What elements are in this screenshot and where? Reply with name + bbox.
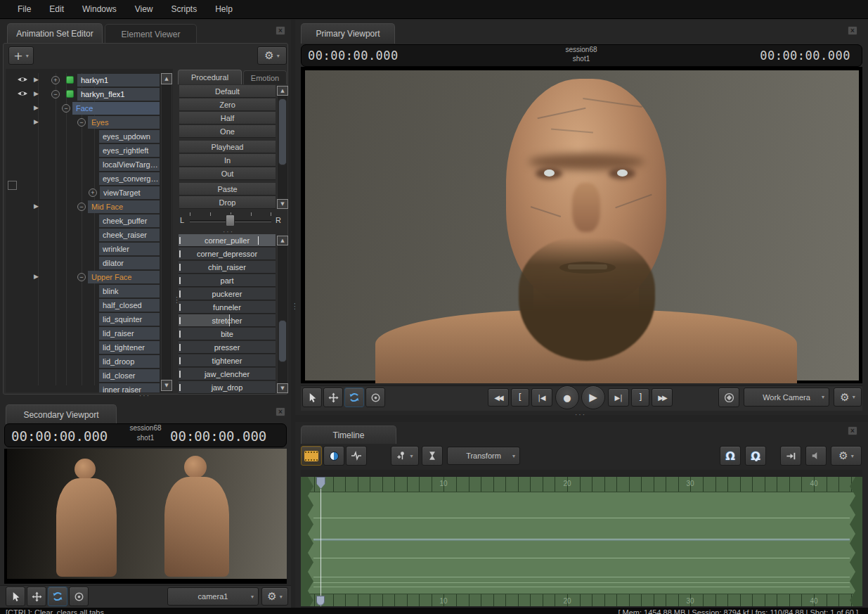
rewind-button[interactable]: ◀◀ — [488, 388, 509, 407]
motion-editor-mode-button[interactable] — [323, 446, 344, 466]
add-animation-set-button[interactable]: + ▾ — [8, 46, 34, 65]
clip-start-bracket-button[interactable]: [ — [511, 388, 529, 407]
toggle-icon[interactable]: + — [51, 76, 60, 84]
tab-secondary-viewport[interactable]: Secondary Viewport — [6, 404, 117, 424]
morph-slider[interactable]: puckerer — [179, 288, 276, 300]
frame-back-button[interactable]: |◀ — [531, 388, 552, 407]
morph-slider[interactable]: tightener — [179, 354, 276, 367]
timeline-clip[interactable]: 10 20 30 40 10 20 30 40 — [301, 477, 862, 606]
tree-row[interactable]: cheek_raiser — [6, 228, 161, 242]
scroll-down-icon[interactable]: ▼ — [277, 383, 288, 393]
tab-emotion[interactable]: Emotion — [243, 70, 287, 84]
splitter-grip-vertical[interactable]: ⋮ — [173, 299, 181, 302]
morph-slider[interactable]: jaw_clencher — [179, 368, 276, 380]
tree-row[interactable]: inner raiser — [6, 383, 161, 392]
expand-arrow-icon[interactable]: ▶ — [34, 90, 39, 97]
orbit-tool-button[interactable] — [365, 388, 385, 407]
tab-timeline[interactable]: Timeline — [301, 426, 396, 444]
record-button[interactable]: ● — [555, 385, 579, 409]
scrollbar-thumb[interactable] — [278, 98, 287, 165]
tree-row-face[interactable]: ▶ − Face — [6, 101, 161, 115]
play-button[interactable]: ▶ — [581, 385, 605, 409]
tree-scrollbar[interactable] — [161, 73, 172, 391]
select-tool-button[interactable] — [6, 587, 25, 606]
secondary-viewport-render[interactable] — [4, 449, 287, 584]
tree-row-viewtarget[interactable]: + viewTarget — [6, 186, 161, 200]
tree-row-harkyn1[interactable]: ▶ + harkyn1 — [6, 73, 161, 87]
expand-arrow-icon[interactable]: ▶ — [34, 203, 39, 210]
animation-set-tree[interactable]: ▶ + harkyn1 ▶ − harkyn_flex1 ▶ − Face ▶ … — [6, 69, 173, 392]
fast-forward-button[interactable]: ▶▶ — [652, 388, 673, 407]
preset-default[interactable]: Default — [179, 85, 276, 98]
preset-out[interactable]: Out — [179, 167, 276, 180]
morph-slider-corner-puller[interactable]: corner_puller — [179, 234, 276, 247]
snap-playhead-button[interactable]: Ω — [745, 446, 766, 466]
morph-slider[interactable]: corner_depressor — [179, 248, 276, 260]
tree-row[interactable]: eyes_converg… — [6, 172, 161, 186]
eye-icon[interactable] — [17, 75, 28, 84]
operation-dropdown[interactable]: Transform ▾ — [447, 447, 520, 465]
preset-half[interactable]: Half — [179, 112, 276, 124]
eye-icon[interactable] — [17, 89, 28, 98]
menu-help[interactable]: Help — [206, 0, 242, 19]
toggle-icon[interactable]: − — [62, 104, 70, 113]
tab-element-viewer[interactable]: Element Viewer — [105, 24, 197, 44]
tree-row[interactable]: localViewTarg… — [6, 158, 161, 172]
close-icon[interactable]: × — [276, 407, 285, 416]
toggle-icon[interactable]: − — [51, 90, 60, 98]
morph-slider-stretcher[interactable]: stretcher — [179, 314, 276, 327]
rotate-tool-button[interactable] — [48, 587, 67, 606]
move-tool-button[interactable] — [323, 388, 343, 407]
rotate-tool-button[interactable] — [344, 388, 364, 407]
scroll-down-icon[interactable]: ▼ — [161, 380, 172, 391]
camera-overlay-button[interactable] — [718, 388, 739, 407]
morph-slider[interactable]: chin_raiser — [179, 261, 276, 274]
graph-editor-mode-button[interactable] — [346, 446, 367, 466]
tree-row[interactable]: dilator — [6, 256, 161, 270]
orbit-tool-button[interactable] — [69, 587, 89, 606]
preset-one[interactable]: One — [179, 125, 276, 138]
tree-row[interactable]: lid_tightener — [6, 340, 161, 354]
tree-row[interactable]: cheek_puffer — [6, 214, 161, 228]
scrollbar-thumb[interactable] — [278, 320, 287, 362]
scroll-up-icon[interactable]: ▲ — [277, 86, 288, 96]
select-tool-button[interactable] — [302, 388, 322, 407]
morph-slider[interactable]: jaw_drop — [179, 381, 276, 394]
preset-paste[interactable]: Paste — [179, 183, 276, 196]
viewport-settings-button[interactable]: ⚙ ▾ — [834, 388, 862, 407]
tree-row[interactable]: wrinkler — [6, 242, 161, 256]
tree-row-upper-face[interactable]: ▶ − Upper Face — [6, 270, 161, 284]
morph-slider[interactable]: part — [179, 274, 276, 287]
clip-editor-mode-button[interactable] — [301, 446, 322, 466]
tree-row[interactable]: half_closed — [6, 298, 161, 312]
timeline-ruler-bottom[interactable] — [301, 594, 862, 606]
menu-file[interactable]: File — [8, 0, 40, 19]
tree-row[interactable]: eyes_updown — [6, 129, 161, 143]
morph-scrollbar[interactable] — [277, 236, 288, 393]
close-icon[interactable]: × — [276, 26, 285, 35]
tree-row-eyes[interactable]: ▶ − Eyes — [6, 115, 161, 129]
primary-viewport-render[interactable] — [301, 67, 862, 383]
expand-arrow-icon[interactable]: ▶ — [34, 118, 39, 125]
snap-frames-button[interactable]: Ω — [720, 446, 741, 466]
tree-row-mid-face[interactable]: ▶ − Mid Face — [6, 200, 161, 214]
toggle-icon[interactable]: − — [77, 273, 86, 281]
tree-row[interactable]: lid_raiser — [6, 326, 161, 340]
expand-arrow-icon[interactable]: ▶ — [34, 273, 39, 280]
menu-windows[interactable]: Windows — [73, 0, 126, 19]
move-tool-button[interactable] — [27, 587, 46, 606]
tree-row[interactable]: lid_closer — [6, 369, 161, 383]
tree-row[interactable]: eyes_rightleft — [6, 143, 161, 158]
toggle-icon[interactable]: − — [77, 203, 86, 211]
preset-drop[interactable]: Drop — [179, 196, 276, 209]
timeline-settings-button[interactable]: ⚙ ▾ — [831, 446, 862, 466]
splitter-grip[interactable]: ··· — [575, 413, 586, 417]
expand-arrow-icon[interactable]: ▶ — [34, 76, 39, 83]
tree-row[interactable]: lid_droop — [6, 354, 161, 369]
close-icon[interactable]: × — [848, 426, 857, 435]
frame-forward-button[interactable]: ▶| — [608, 388, 629, 407]
balance-slider-handle[interactable] — [226, 215, 235, 226]
menu-scripts[interactable]: Scripts — [162, 0, 207, 19]
scroll-up-icon[interactable]: ▲ — [277, 236, 288, 245]
toggle-icon[interactable]: + — [89, 188, 97, 197]
